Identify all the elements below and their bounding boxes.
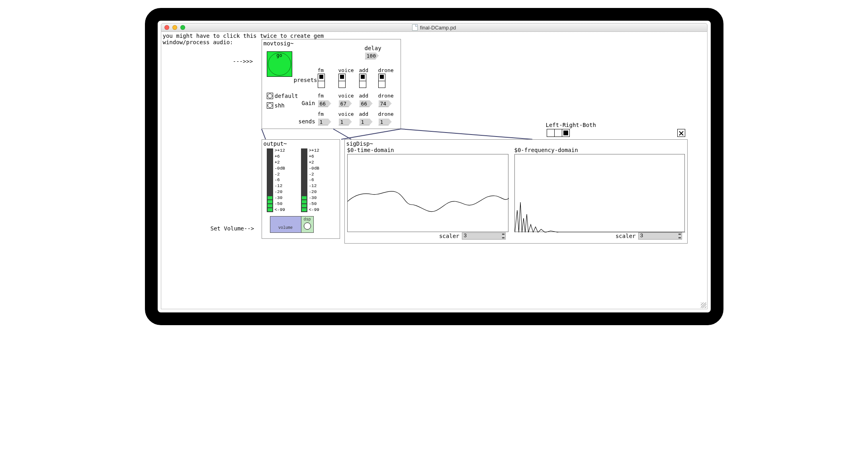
set-volume-label: Set Volume--> — [211, 225, 254, 232]
presets-label: presets — [294, 77, 317, 83]
shh-label: shh — [275, 102, 285, 109]
document-icon — [412, 24, 418, 31]
gain-ch2: add — [359, 93, 368, 99]
arrow-label: --->>> — [233, 58, 253, 64]
gain-ch0: fm — [318, 93, 324, 99]
go-label: go — [267, 53, 292, 58]
sends-ch0: fm — [318, 111, 324, 117]
ch2-label: add — [359, 67, 368, 74]
meter-scale-right: >+12+6+2 -0dB-2-6 -12-20-30 -50<-99 — [308, 148, 319, 212]
dsp-toggle[interactable] — [304, 222, 311, 230]
shh-bang[interactable] — [267, 102, 273, 109]
movtosig-subpatch: movtosig~ go presets delay 100 fm — [262, 39, 401, 129]
time-scaler-value[interactable]: 3 — [462, 232, 506, 240]
vu-meter-right — [301, 148, 307, 212]
meter-left-group: >+12+6+2 -0dB-2-6 -12-20-30 -50<-99 — [267, 148, 285, 212]
sends-add[interactable]: 1 — [359, 118, 373, 125]
dsp-label: dsp — [303, 217, 311, 222]
window-title: final-DCamp.pd — [420, 25, 456, 31]
lrb-radio[interactable] — [547, 129, 570, 137]
lrb-label: Left-Right-Both — [546, 122, 596, 128]
delay-value[interactable]: 100 — [365, 52, 379, 59]
freq-domain-label: $0-frequency-domain — [514, 147, 578, 153]
default-bang[interactable] — [267, 93, 273, 99]
sends-voice[interactable]: 1 — [338, 118, 352, 125]
svg-line-2 — [333, 129, 351, 139]
volume-label: volume — [278, 226, 293, 230]
freq-scaler-value[interactable]: 3 — [638, 232, 682, 240]
output-title: output~ — [264, 140, 287, 147]
gain-label: Gain — [302, 100, 315, 106]
hint-line2: window/process audio: — [163, 39, 233, 45]
movtosig-title: movtosig~ — [264, 40, 294, 47]
svg-line-0 — [262, 129, 266, 139]
volume-dsp-box: volume dsp — [270, 216, 314, 233]
preset-fm-radio[interactable] — [318, 74, 325, 88]
vu-meter-left — [267, 148, 273, 212]
sigdisp-subpatch: sigDisp~ $0-time-domain scaler 3 $0-freq… — [344, 139, 688, 244]
output-subpatch: output~ >+12+6+2 -0dB-2-6 -12-20-30 -50<… — [262, 139, 340, 239]
svg-line-1 — [341, 129, 401, 139]
meter-scale-left: >+12+6+2 -0dB-2-6 -12-20-30 -50<-99 — [274, 148, 285, 212]
ch3-label: drone — [378, 67, 394, 74]
gain-drone[interactable]: 74 — [378, 100, 392, 107]
preset-voice-radio[interactable] — [338, 74, 346, 88]
hint-line1: you might have to click this twice to cr… — [163, 33, 324, 39]
default-label: default — [275, 93, 298, 99]
sends-ch2: add — [359, 111, 368, 117]
sigdisp-toggle[interactable] — [677, 129, 685, 137]
gain-ch1: voice — [338, 93, 354, 99]
ch1-label: voice — [338, 67, 354, 74]
meter-right-group: >+12+6+2 -0dB-2-6 -12-20-30 -50<-99 — [301, 148, 319, 212]
time-scaler-label: scaler — [439, 233, 459, 239]
freq-scaler-label: scaler — [616, 233, 636, 239]
patch-canvas[interactable]: you might have to click this twice to cr… — [161, 32, 708, 309]
ch0-label: fm — [318, 67, 325, 74]
sends-drone[interactable]: 1 — [378, 118, 392, 125]
sends-ch3: drone — [378, 111, 394, 117]
svg-line-3 — [401, 129, 532, 139]
preset-drone-radio[interactable] — [378, 74, 385, 88]
go-button[interactable]: go — [267, 51, 292, 77]
gain-voice[interactable]: 67 — [338, 100, 352, 107]
gain-add[interactable]: 66 — [359, 100, 373, 107]
preset-add-radio[interactable] — [359, 74, 366, 88]
gain-ch3: drone — [378, 93, 394, 99]
sends-ch1: voice — [338, 111, 354, 117]
resize-grip-icon[interactable] — [701, 302, 706, 308]
time-domain-label: $0-time-domain — [347, 147, 394, 153]
volume-slider[interactable]: volume — [270, 217, 301, 232]
freq-domain-plot: scaler 3 — [514, 154, 685, 232]
sends-label: sends — [299, 118, 315, 125]
time-domain-plot: scaler 3 — [347, 154, 508, 232]
sigdisp-title: sigDisp~ — [346, 140, 373, 147]
sends-fm[interactable]: 1 — [318, 118, 331, 125]
gain-fm[interactable]: 66 — [318, 100, 331, 107]
delay-label: delay — [365, 45, 381, 51]
window-titlebar: final-DCamp.pd — [161, 23, 708, 32]
